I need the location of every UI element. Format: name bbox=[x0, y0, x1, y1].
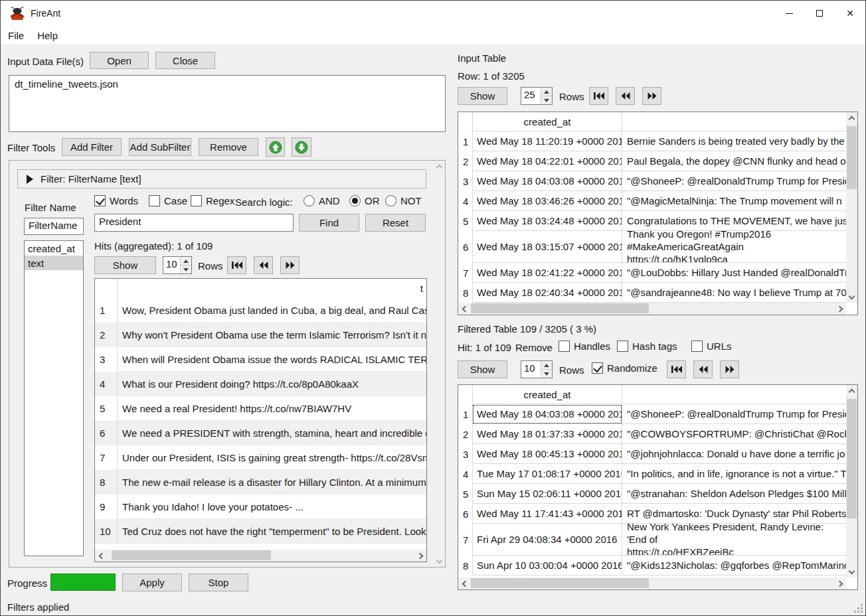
filtered-table-hscrollbar[interactable] bbox=[458, 578, 846, 589]
scroll-up-icon[interactable] bbox=[846, 112, 857, 123]
menu-file[interactable]: File bbox=[1, 26, 31, 44]
cell-text[interactable]: Why won't President Obama use the term I… bbox=[118, 323, 426, 347]
reset-button[interactable]: Reset bbox=[365, 214, 426, 232]
spinner-up-icon[interactable] bbox=[181, 257, 191, 265]
filtered-rows-value[interactable]: 10 bbox=[521, 361, 541, 378]
filter-header-bar[interactable]: Filter: FilterName [text] bbox=[17, 169, 426, 189]
cell-text[interactable]: The new e-mail release is a disaster for… bbox=[118, 470, 426, 495]
filtered-prev-page-button[interactable] bbox=[693, 360, 713, 378]
field-item-created-at[interactable]: created_at bbox=[25, 241, 83, 256]
input-prev-page-button[interactable] bbox=[616, 87, 635, 105]
table-row[interactable]: 5We need a real President! https://t.co/… bbox=[95, 396, 426, 421]
table-row[interactable]: 8The new e-mail release is a disaster fo… bbox=[95, 470, 426, 495]
table-row[interactable]: 7Wed May 18 02:41:22 +0000 2016"@LouDobb… bbox=[458, 263, 846, 283]
table-row[interactable]: 1Wow, President Obama just landed in Cub… bbox=[95, 298, 426, 323]
hits-prev-page-button[interactable] bbox=[254, 256, 273, 274]
cell-text[interactable]: "@sandrajeanne48: No way I believe Trump… bbox=[622, 283, 846, 303]
hscroll-thumb[interactable] bbox=[471, 303, 649, 313]
table-row[interactable]: 5Wed May 18 03:24:48 +0000 2016Congratul… bbox=[458, 211, 846, 231]
field-listbox[interactable]: created_at text bbox=[24, 240, 84, 556]
table-row[interactable]: 6We need a PRESIDENT with strength, stam… bbox=[95, 421, 426, 445]
close-button[interactable]: ✕ bbox=[835, 1, 865, 26]
cell-text[interactable]: Paul Begala, the dopey @CNN flunky and h… bbox=[622, 151, 846, 171]
table-row[interactable]: 3Wed May 18 04:03:08 +0000 2016"@ShoneeP… bbox=[458, 171, 846, 191]
and-radio-circle[interactable] bbox=[303, 195, 315, 206]
input-table-hscrollbar[interactable] bbox=[458, 303, 846, 315]
cell-created-at[interactable]: Wed May 11 17:41:43 +0000 2016 bbox=[472, 504, 622, 524]
cell-text[interactable]: "@ShoneeP: @realDonaldTrump Trump for Pr… bbox=[622, 404, 846, 424]
table-row[interactable]: 7Under our President, ISIS is gaining gr… bbox=[95, 445, 426, 470]
spinner-up-icon[interactable] bbox=[541, 88, 552, 96]
cell-text[interactable]: Ted Cruz does not have the right "temper… bbox=[118, 519, 426, 544]
spinner-down-icon[interactable] bbox=[541, 96, 552, 104]
scroll-left-icon[interactable] bbox=[458, 303, 470, 315]
scroll-right-icon[interactable] bbox=[415, 550, 426, 562]
table-row[interactable]: 6Wed May 11 17:41:43 +0000 2016RT @dmart… bbox=[458, 504, 846, 524]
table-row[interactable]: 8Sun Apr 10 03:00:04 +0000 2016"@Kids123… bbox=[458, 556, 846, 576]
input-rows-spinner[interactable]: 25 bbox=[521, 87, 553, 105]
remove-urls-checkbox[interactable]: URLs bbox=[691, 341, 732, 352]
cell-text[interactable]: Thank you Oregon! #Trump2016 #MakeAmeric… bbox=[622, 231, 846, 263]
hashtags-checkbox-box[interactable] bbox=[617, 341, 628, 352]
cell-text[interactable]: "@Kids123Nicholas: @gqforbes @RepTomMari… bbox=[622, 556, 846, 576]
cell-created-at[interactable]: Wed May 18 00:45:13 +0000 2016 bbox=[472, 444, 622, 464]
cell-text[interactable]: We need a PRESIDENT with strength, stami… bbox=[118, 421, 426, 445]
input-table-vscrollbar[interactable] bbox=[846, 112, 857, 303]
table-row[interactable]: 1Wed May 18 04:03:08 +0000 2016"@ShoneeP… bbox=[458, 404, 846, 424]
expander-triangle-icon[interactable] bbox=[27, 175, 33, 184]
find-button[interactable]: Find bbox=[299, 214, 359, 232]
cell-text[interactable]: RT @dmartosko: 'Duck Dynasty' star Phil … bbox=[622, 504, 846, 524]
filter-panel-vscrollbar[interactable] bbox=[434, 161, 445, 567]
table-row[interactable]: 8Wed May 18 02:40:34 +0000 2016"@sandraj… bbox=[458, 283, 846, 303]
maximize-button[interactable] bbox=[804, 1, 835, 26]
not-radio-circle[interactable] bbox=[385, 195, 396, 206]
filtered-table-vscrollbar[interactable] bbox=[846, 385, 857, 578]
scroll-down-icon[interactable] bbox=[846, 291, 857, 303]
input-next-page-button[interactable] bbox=[642, 87, 661, 105]
hscroll-thumb[interactable] bbox=[471, 578, 649, 588]
cell-text[interactable]: "@MagicMetalNinja: The Trump movement wi… bbox=[622, 191, 846, 211]
cell-text[interactable]: Thank you Idaho! I love your potatoes- .… bbox=[118, 495, 426, 519]
close-files-button[interactable]: Close bbox=[155, 52, 215, 69]
cell-text[interactable]: We need a real President! https://t.co/n… bbox=[118, 396, 426, 421]
cell-created-at[interactable]: Tue May 17 01:08:17 +0000 2016 bbox=[472, 464, 622, 484]
not-radio[interactable]: NOT bbox=[385, 195, 422, 206]
words-checkbox[interactable]: Words bbox=[94, 195, 138, 206]
remove-hashtags-checkbox[interactable]: Hash tags bbox=[617, 341, 677, 352]
filtered-show-button[interactable]: Show bbox=[458, 360, 507, 378]
spinner-down-icon[interactable] bbox=[181, 265, 191, 273]
resize-grip[interactable] bbox=[853, 603, 863, 613]
search-input[interactable]: President bbox=[94, 214, 294, 232]
table-row[interactable]: 4What is our President doing? https://t.… bbox=[95, 372, 426, 396]
cell-created-at[interactable]: Wed May 18 02:41:22 +0000 2016 bbox=[472, 263, 622, 283]
regex-checkbox-box[interactable] bbox=[191, 195, 202, 206]
cell-text[interactable]: Under our President, ISIS is gaining gre… bbox=[118, 445, 426, 470]
add-subfilter-button[interactable]: Add SubFilter bbox=[129, 138, 191, 156]
cell-created-at[interactable]: Wed May 18 01:37:33 +0000 2016 bbox=[472, 424, 622, 444]
cell-text[interactable]: Bernie Sanders is being treated very bad… bbox=[622, 131, 846, 151]
vscroll-thumb[interactable] bbox=[847, 126, 857, 189]
menu-help[interactable]: Help bbox=[31, 26, 64, 44]
table-row[interactable]: 2Why won't President Obama use the term … bbox=[95, 323, 426, 347]
cell-created-at[interactable]: Wed May 18 02:40:34 +0000 2016 bbox=[472, 283, 622, 303]
cell-text[interactable]: "@LouDobbs: Hillary Just Handed @realDon… bbox=[622, 263, 846, 283]
scroll-down-icon[interactable] bbox=[434, 556, 445, 567]
cell-text[interactable]: New York Yankees President, Randy Levine… bbox=[622, 524, 846, 556]
move-filter-up-button[interactable] bbox=[266, 137, 285, 157]
hits-next-page-button[interactable] bbox=[280, 256, 300, 274]
scroll-up-icon[interactable] bbox=[846, 385, 857, 396]
cell-text[interactable]: "@stranahan: Sheldon Adelson Pledges $10… bbox=[622, 484, 846, 504]
spinner-down-icon[interactable] bbox=[541, 369, 552, 378]
cell-text[interactable]: "@ShoneeP: @realDonaldTrump Trump for Pr… bbox=[622, 171, 846, 191]
filtered-next-page-button[interactable] bbox=[720, 360, 739, 378]
cell-created-at[interactable]: Fri Apr 29 04:08:34 +0000 2016 bbox=[472, 524, 622, 556]
cell-created-at[interactable]: Wed May 18 04:03:08 +0000 2016 bbox=[472, 404, 622, 424]
scroll-up-icon[interactable] bbox=[434, 161, 445, 172]
hscroll-thumb[interactable] bbox=[112, 550, 271, 560]
cell-text[interactable]: What is our President doing? https://t.c… bbox=[118, 372, 426, 396]
vscroll-thumb[interactable] bbox=[847, 399, 857, 518]
urls-checkbox-box[interactable] bbox=[691, 341, 703, 352]
cell-created-at[interactable]: Wed May 18 03:46:26 +0000 2016 bbox=[472, 191, 622, 211]
spinner-up-icon[interactable] bbox=[541, 361, 552, 369]
filtered-first-page-button[interactable] bbox=[667, 360, 686, 378]
